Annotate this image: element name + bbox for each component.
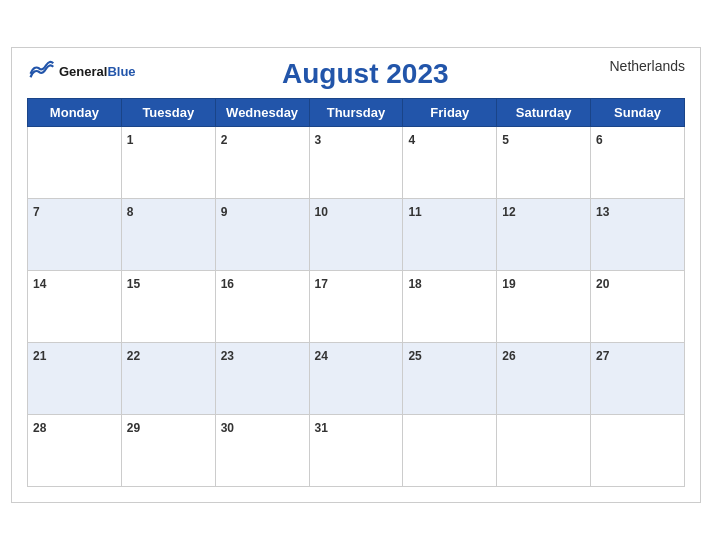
day-number: 9 [221, 205, 228, 219]
calendar-cell: 21 [28, 343, 122, 415]
calendar-cell [591, 415, 685, 487]
day-number: 7 [33, 205, 40, 219]
day-number: 8 [127, 205, 134, 219]
calendar-cell [403, 415, 497, 487]
logo-icon [27, 58, 55, 86]
calendar-cell: 20 [591, 271, 685, 343]
day-number: 13 [596, 205, 609, 219]
day-number: 6 [596, 133, 603, 147]
col-wednesday: Wednesday [215, 99, 309, 127]
col-tuesday: Tuesday [121, 99, 215, 127]
calendar-cell [497, 415, 591, 487]
day-number: 12 [502, 205, 515, 219]
logo-text: GeneralBlue [59, 64, 136, 80]
calendar-header: GeneralBlue August 2023 Netherlands [27, 58, 685, 90]
logo-blue: Blue [107, 64, 135, 79]
day-number: 3 [315, 133, 322, 147]
calendar-cell: 30 [215, 415, 309, 487]
calendar-cell: 17 [309, 271, 403, 343]
calendar-cell: 25 [403, 343, 497, 415]
day-number: 23 [221, 349, 234, 363]
calendar-cell: 15 [121, 271, 215, 343]
month-title: August 2023 [136, 58, 595, 90]
day-number: 21 [33, 349, 46, 363]
calendar-cell: 3 [309, 127, 403, 199]
calendar-cell: 26 [497, 343, 591, 415]
calendar-cell: 18 [403, 271, 497, 343]
col-friday: Friday [403, 99, 497, 127]
calendar-cell: 16 [215, 271, 309, 343]
calendar-cell: 1 [121, 127, 215, 199]
calendar-cell: 7 [28, 199, 122, 271]
calendar-cell: 11 [403, 199, 497, 271]
day-number: 28 [33, 421, 46, 435]
calendar-cell: 6 [591, 127, 685, 199]
table-row: 14151617181920 [28, 271, 685, 343]
day-number: 1 [127, 133, 134, 147]
calendar-cell: 14 [28, 271, 122, 343]
day-number: 10 [315, 205, 328, 219]
day-number: 31 [315, 421, 328, 435]
calendar-cell: 5 [497, 127, 591, 199]
day-number: 26 [502, 349, 515, 363]
calendar-cell: 12 [497, 199, 591, 271]
col-thursday: Thursday [309, 99, 403, 127]
day-number: 24 [315, 349, 328, 363]
day-number: 17 [315, 277, 328, 291]
calendar-cell: 10 [309, 199, 403, 271]
table-row: 78910111213 [28, 199, 685, 271]
weekday-header-row: Monday Tuesday Wednesday Thursday Friday… [28, 99, 685, 127]
day-number: 25 [408, 349, 421, 363]
day-number: 16 [221, 277, 234, 291]
day-number: 30 [221, 421, 234, 435]
day-number: 11 [408, 205, 421, 219]
day-number: 20 [596, 277, 609, 291]
day-number: 5 [502, 133, 509, 147]
calendar-cell: 2 [215, 127, 309, 199]
calendar-cell: 28 [28, 415, 122, 487]
col-sunday: Sunday [591, 99, 685, 127]
calendar-cell: 4 [403, 127, 497, 199]
table-row: 28293031 [28, 415, 685, 487]
calendar-cell: 27 [591, 343, 685, 415]
calendar-cell: 31 [309, 415, 403, 487]
day-number: 27 [596, 349, 609, 363]
col-saturday: Saturday [497, 99, 591, 127]
calendar-cell: 22 [121, 343, 215, 415]
calendar-cell: 13 [591, 199, 685, 271]
country-label: Netherlands [595, 58, 685, 74]
calendar-cell: 8 [121, 199, 215, 271]
calendar-cell: 23 [215, 343, 309, 415]
day-number: 29 [127, 421, 140, 435]
calendar-cell: 29 [121, 415, 215, 487]
logo: GeneralBlue [27, 58, 136, 86]
logo-general: General [59, 64, 107, 79]
calendar-cell: 24 [309, 343, 403, 415]
calendar: GeneralBlue August 2023 Netherlands Mond… [11, 47, 701, 503]
day-number: 14 [33, 277, 46, 291]
calendar-cell [28, 127, 122, 199]
calendar-cell: 19 [497, 271, 591, 343]
day-number: 19 [502, 277, 515, 291]
day-number: 18 [408, 277, 421, 291]
calendar-body: 1234567891011121314151617181920212223242… [28, 127, 685, 487]
table-row: 21222324252627 [28, 343, 685, 415]
day-number: 2 [221, 133, 228, 147]
calendar-cell: 9 [215, 199, 309, 271]
calendar-table: Monday Tuesday Wednesday Thursday Friday… [27, 98, 685, 487]
day-number: 15 [127, 277, 140, 291]
day-number: 22 [127, 349, 140, 363]
table-row: 123456 [28, 127, 685, 199]
col-monday: Monday [28, 99, 122, 127]
day-number: 4 [408, 133, 415, 147]
